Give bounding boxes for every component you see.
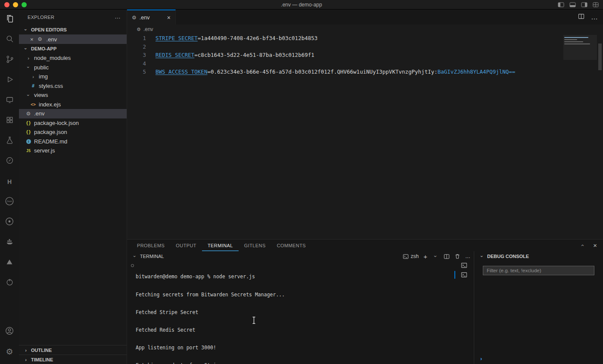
account-icon [5, 326, 14, 337]
timeline-section[interactable]: › TIMELINE [19, 355, 127, 364]
terminal-instance-item[interactable] [454, 261, 474, 270]
tree-item-env[interactable]: ⚙ .env [19, 109, 127, 118]
panel-tab-bar: PROBLEMS OUTPUT TERMINAL GITLENS COMMENT… [127, 240, 603, 251]
beaker-icon [5, 136, 14, 146]
close-panel-icon[interactable]: × [593, 242, 597, 249]
terminal-view-header[interactable]: › TERMINAL [127, 251, 164, 261]
tab-problems[interactable]: PROBLEMS [131, 240, 170, 251]
activity-bar-bottom: ⚙ [0, 322, 19, 361]
line-number: 4 [127, 59, 146, 68]
project-root-header[interactable]: › DEMO-APP [19, 44, 127, 53]
env-file-icon: ⚙ [137, 27, 141, 32]
scrollbar-thumb[interactable] [598, 44, 602, 70]
code-line-3[interactable]: 3 REDIS_SECRET=c8cb1643-5d22-4e51-87ba-b… [127, 51, 603, 59]
close-tab-icon[interactable]: × [167, 14, 171, 21]
terminal-profile[interactable]: zsh [403, 253, 419, 259]
tab-terminal[interactable]: TERMINAL [202, 240, 239, 251]
toggle-sidebar-right-icon[interactable] [581, 2, 587, 7]
search-icon [5, 34, 14, 45]
settings-button[interactable]: ⚙ [0, 342, 19, 361]
debug-console-header[interactable]: › DEBUG CONSOLE [474, 251, 529, 261]
code-line-1[interactable]: 1 STRIPE_SECRET=1a440490-7408-42e6-bf34-… [127, 34, 603, 43]
activity-github-button[interactable] [0, 212, 19, 232]
activity-explorer-button[interactable] [0, 9, 19, 30]
command-decoration-icon[interactable] [131, 264, 134, 267]
env-value-token: BaGIvZJ6hh8YLA4PQ9jlNQ== [438, 68, 516, 75]
terminal-instances-list [454, 261, 474, 280]
terminal-dropdown-icon[interactable]: › [432, 253, 438, 260]
env-file-icon: ⚙ [37, 36, 44, 42]
shell-name: zsh [411, 253, 419, 259]
activity-remote-button[interactable] [0, 90, 19, 111]
open-editors-header[interactable]: › OPEN EDITORS [19, 25, 127, 34]
terminal-header-label: TERMINAL [140, 254, 164, 259]
explorer-more-actions-icon[interactable]: … [115, 13, 121, 20]
maximize-panel-icon[interactable]: › [579, 242, 585, 249]
activity-docker-button[interactable] [0, 232, 19, 252]
tree-item-readme-md[interactable]: i README.md [19, 137, 127, 146]
activity-extensions-button[interactable] [0, 111, 19, 131]
activity-edit-circle-button[interactable] [0, 151, 19, 171]
code-line-2[interactable]: 2 [127, 43, 603, 51]
github-icon [5, 217, 14, 228]
accounts-button[interactable] [0, 322, 19, 342]
toggle-sidebar-left-icon[interactable] [558, 2, 564, 7]
more-actions-icon[interactable]: … [591, 13, 598, 21]
env-key: REDIS_SECRET [155, 52, 194, 58]
terminal-instance-item-active[interactable] [454, 270, 474, 280]
minimap[interactable] [563, 35, 597, 91]
terminal-line: bitwarden@demo demo-app % node server.js [136, 274, 285, 280]
tree-item-package-lock-json[interactable]: {} package-lock.json [19, 118, 127, 128]
breadcrumb[interactable]: ⚙ .env [127, 25, 603, 34]
split-terminal-icon[interactable] [444, 254, 450, 259]
window-title: .env — demo-app [0, 0, 603, 9]
activity-h-extension-button[interactable]: H [0, 171, 19, 192]
activity-source-control-button[interactable] [0, 50, 19, 70]
new-terminal-icon[interactable]: + [423, 253, 427, 260]
minimap-slider[interactable] [563, 35, 597, 60]
terminal-output[interactable]: bitwarden@demo demo-app % node server.js… [136, 262, 285, 364]
debug-filter-input[interactable] [483, 266, 594, 275]
tree-item-server-js[interactable]: JS server.js [19, 146, 127, 156]
split-editor-icon[interactable] [578, 13, 584, 21]
sidebar-title: EXPLORER [19, 9, 127, 25]
line-number: 2 [127, 43, 146, 51]
activity-power-extension-button[interactable] [0, 273, 19, 293]
open-editor-item-env[interactable]: × ⚙ .env [19, 34, 127, 44]
tab-output[interactable]: OUTPUT [170, 240, 202, 251]
code-line-4[interactable]: 4 [127, 59, 603, 68]
activity-json-extension-button[interactable]: Json [0, 192, 19, 212]
tree-item-public[interactable]: › public [19, 63, 127, 72]
tree-item-views[interactable]: › views [19, 90, 127, 100]
tree-item-package-json[interactable]: {} package.json [19, 128, 127, 137]
tab-comments[interactable]: COMMENTS [271, 240, 311, 251]
tree-item-styles-css[interactable]: # styles.css [19, 81, 127, 91]
outline-section[interactable]: › OUTLINE [19, 345, 127, 355]
editor-tab-bar: ⚙ .env × … [127, 9, 603, 25]
editor-area: ⚙ .env × … ⚙ .env 1 STRIPE_SECRET=1a4404… [127, 9, 603, 239]
tree-item-node-modules[interactable]: › node_modules [19, 53, 127, 63]
tab-env[interactable]: ⚙ .env × [127, 9, 176, 25]
tree-item-index-ejs[interactable]: <> index.ejs [19, 100, 127, 109]
editor-scrollbar[interactable] [597, 34, 603, 239]
code-editor[interactable]: 1 STRIPE_SECRET=1a440490-7408-42e6-bf34-… [127, 34, 603, 239]
close-editor-icon[interactable]: × [30, 36, 34, 43]
debug-input-chevron-icon[interactable]: › [480, 355, 482, 362]
activity-search-button[interactable] [0, 30, 19, 50]
activity-triangle-extension-button[interactable] [0, 252, 19, 273]
css-file-icon: # [30, 84, 37, 88]
activity-run-debug-button[interactable] [0, 70, 19, 90]
env-value: =c8cb1643-5d22-4e51-87ba-b03c012b69f1 [194, 52, 314, 58]
toggle-panel-icon[interactable] [569, 2, 576, 7]
json-file-icon: {} [25, 121, 32, 125]
line-number: 1 [127, 34, 146, 43]
env-key: BWS_ACCESS_TOKEN [155, 68, 207, 75]
code-line-5[interactable]: 5 BWS_ACCESS_TOKEN=0.623c34e3-b66e-45f6-… [127, 68, 603, 76]
customize-layout-icon[interactable] [593, 2, 599, 7]
kill-terminal-icon[interactable] [454, 253, 460, 259]
tree-item-img[interactable]: › img [19, 72, 127, 81]
vscode-window: .env — demo-app [0, 0, 603, 364]
tab-gitlens[interactable]: GITLENS [239, 240, 271, 251]
activity-testing-button[interactable] [0, 131, 19, 151]
terminal-more-icon[interactable]: … [465, 253, 470, 259]
